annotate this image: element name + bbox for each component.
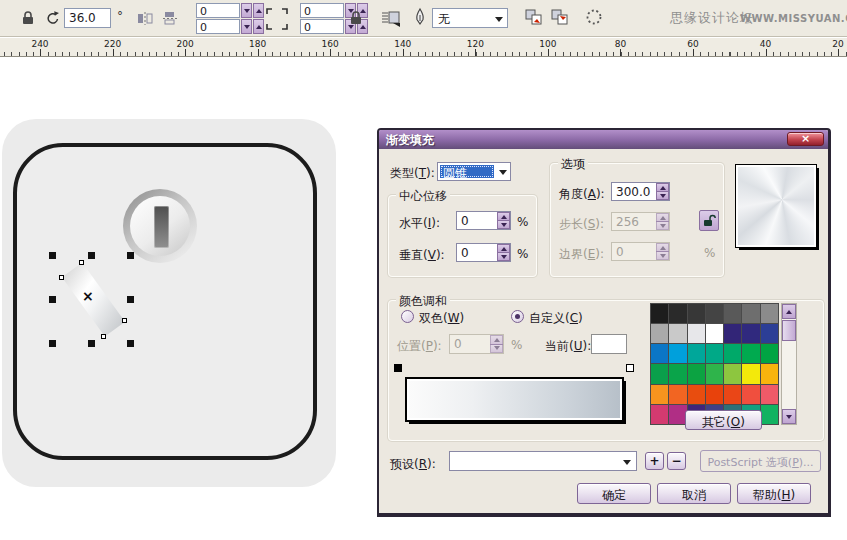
palette-swatch[interactable] xyxy=(651,364,668,383)
palette-scrollbar[interactable] xyxy=(781,303,797,425)
selection-handle[interactable] xyxy=(127,252,134,259)
spin-down-button[interactable] xyxy=(656,191,669,200)
palette-swatch[interactable] xyxy=(742,364,759,383)
palette-swatch[interactable] xyxy=(724,344,741,363)
outline-width-select[interactable]: 无 xyxy=(432,8,508,28)
spin-up-button[interactable] xyxy=(253,19,264,34)
corner-tr-input[interactable]: 0 xyxy=(300,3,344,18)
custom-radio[interactable] xyxy=(511,310,524,323)
others-button[interactable]: 其它(O) xyxy=(685,410,762,430)
palette-swatch[interactable] xyxy=(688,364,705,383)
palette-swatch[interactable] xyxy=(761,385,778,404)
palette-swatch[interactable] xyxy=(669,405,686,424)
object-node[interactable] xyxy=(79,260,84,265)
palette-swatch[interactable] xyxy=(688,324,705,343)
angle-input[interactable]: 300.0 xyxy=(611,182,670,201)
selection-handle[interactable] xyxy=(88,252,95,259)
selection-handle[interactable] xyxy=(88,340,95,347)
two-color-radio[interactable] xyxy=(401,310,414,323)
selection-handle[interactable] xyxy=(127,296,134,303)
gradient-strip[interactable] xyxy=(405,377,624,422)
help-button[interactable]: 帮助(H) xyxy=(737,483,811,504)
palette-swatch[interactable] xyxy=(742,304,759,323)
palette-swatch[interactable] xyxy=(651,405,668,424)
palette-swatch[interactable] xyxy=(651,385,668,404)
scroll-up-button[interactable] xyxy=(782,304,796,319)
pen-nib-icon[interactable] xyxy=(412,7,428,30)
palette-swatch[interactable] xyxy=(669,304,686,323)
cancel-button[interactable]: 取消 xyxy=(657,483,731,504)
palette-swatch[interactable] xyxy=(688,385,705,404)
palette-swatch[interactable] xyxy=(742,385,759,404)
spin-down-button[interactable] xyxy=(241,3,252,18)
corner-bl-input[interactable]: 0 xyxy=(196,19,240,34)
palette-swatch[interactable] xyxy=(724,364,741,383)
selection-handle[interactable] xyxy=(49,340,56,347)
keyhole-ring[interactable] xyxy=(123,189,197,263)
palette-swatch[interactable] xyxy=(651,304,668,323)
ruler[interactable]: 24022020018016014012010080604020 xyxy=(0,38,847,57)
palette-swatch[interactable] xyxy=(669,364,686,383)
palette-swatch[interactable] xyxy=(724,304,741,323)
palette-swatch[interactable] xyxy=(761,405,778,424)
remove-preset-button[interactable]: − xyxy=(667,452,686,470)
steps-lock-button[interactable] xyxy=(699,210,719,231)
vertical-input[interactable]: 0 xyxy=(456,243,511,262)
palette-swatch[interactable] xyxy=(706,364,723,383)
corner-tl-input[interactable]: 0 xyxy=(196,3,240,18)
copy-outline-icon[interactable] xyxy=(550,8,570,29)
object-node[interactable] xyxy=(101,334,106,339)
copy-fill-icon[interactable] xyxy=(524,8,544,29)
ok-button[interactable]: 确定 xyxy=(577,483,651,504)
current-color-swatch[interactable] xyxy=(591,334,627,354)
palette-swatch[interactable] xyxy=(651,324,668,343)
spin-up-button[interactable] xyxy=(253,3,264,18)
rotation-angle-input[interactable]: 36.0 xyxy=(64,8,111,28)
palette-swatch[interactable] xyxy=(761,324,778,343)
palette-swatch[interactable] xyxy=(706,304,723,323)
palette-swatch[interactable] xyxy=(761,344,778,363)
dialog-titlebar[interactable]: 渐变填充 × xyxy=(379,130,828,149)
object-node[interactable] xyxy=(122,318,127,323)
horizontal-input[interactable]: 0 xyxy=(456,211,511,230)
wrap-text-icon[interactable] xyxy=(380,8,402,31)
object-node[interactable] xyxy=(59,275,64,280)
selection-handle[interactable] xyxy=(127,340,134,347)
palette-swatch[interactable] xyxy=(724,385,741,404)
corner-br-input[interactable]: 0 xyxy=(300,19,344,34)
palette-swatch[interactable] xyxy=(669,385,686,404)
refresh-circle-icon[interactable] xyxy=(585,8,603,29)
gradient-preview[interactable] xyxy=(735,164,817,248)
palette-swatch[interactable] xyxy=(651,344,668,363)
palette-swatch[interactable] xyxy=(742,344,759,363)
spin-down-button[interactable] xyxy=(497,220,510,229)
lock-icon[interactable] xyxy=(20,9,36,29)
lock-corners-icon[interactable] xyxy=(348,9,364,29)
presets-select[interactable] xyxy=(449,451,637,471)
spin-down-button[interactable] xyxy=(241,19,252,34)
palette-swatch[interactable] xyxy=(706,344,723,363)
palette-swatch[interactable] xyxy=(742,324,759,343)
mirror-horizontal-icon[interactable] xyxy=(136,10,154,29)
add-preset-button[interactable]: + xyxy=(645,452,664,470)
palette-swatch[interactable] xyxy=(706,385,723,404)
selection-handle[interactable] xyxy=(49,252,56,259)
spin-down-button[interactable] xyxy=(497,252,510,261)
scroll-down-button[interactable] xyxy=(782,409,796,424)
palette-swatch[interactable] xyxy=(761,364,778,383)
palette-swatch[interactable] xyxy=(688,304,705,323)
palette-swatch[interactable] xyxy=(724,324,741,343)
palette-swatch[interactable] xyxy=(669,344,686,363)
palette-swatch[interactable] xyxy=(761,304,778,323)
close-button[interactable]: × xyxy=(787,132,824,146)
palette-swatch[interactable] xyxy=(688,344,705,363)
mirror-vertical-icon[interactable] xyxy=(161,10,179,29)
gradient-start-marker[interactable] xyxy=(394,364,402,372)
selection-handle[interactable] xyxy=(49,296,56,303)
two-color-label: 双色(W) xyxy=(419,310,464,327)
gradient-end-marker[interactable] xyxy=(626,364,634,372)
palette-swatch[interactable] xyxy=(706,324,723,343)
palette-swatch[interactable] xyxy=(669,324,686,343)
type-select[interactable]: 圆锥 xyxy=(437,162,511,181)
scroll-thumb[interactable] xyxy=(782,320,796,341)
